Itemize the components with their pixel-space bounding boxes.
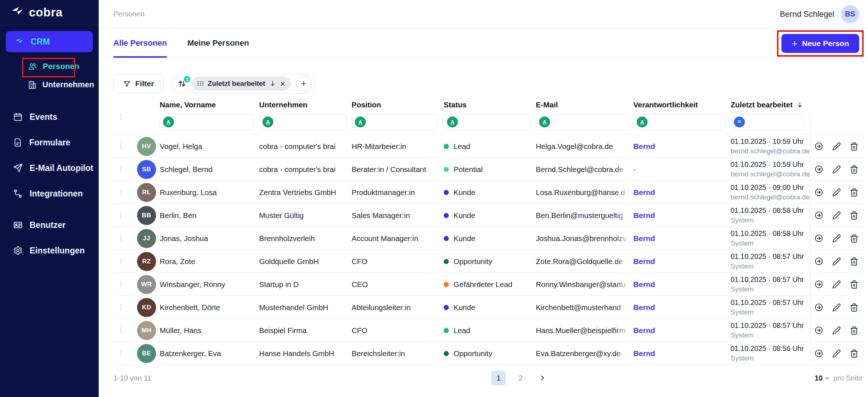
- tab-alle-personen[interactable]: Alle Personen: [113, 28, 167, 57]
- page-size-select[interactable]: 10: [815, 374, 830, 382]
- edit-button[interactable]: [832, 142, 841, 151]
- sidebar-item-unternehmen[interactable]: Unternehmen: [0, 76, 99, 94]
- sidebar-item-events[interactable]: Events: [0, 104, 99, 130]
- filter-field-unternehmen[interactable]: A: [259, 114, 346, 130]
- edit-button[interactable]: [832, 326, 841, 335]
- open-record-button[interactable]: [814, 188, 823, 197]
- delete-button[interactable]: [850, 211, 858, 220]
- filter-field-status[interactable]: A: [444, 114, 531, 130]
- column-header-email[interactable]: E-Mail: [536, 100, 633, 109]
- row-checkbox[interactable]: [121, 304, 121, 311]
- responsible-link[interactable]: Bernd: [633, 280, 655, 289]
- next-page-button[interactable]: [535, 374, 546, 382]
- table-row[interactable]: HV Vogel, Helga cobra - computer's brai …: [113, 135, 863, 158]
- filter-input-email[interactable]: [553, 114, 628, 130]
- row-checkbox[interactable]: [121, 350, 121, 357]
- sidebar-item-einstellungen[interactable]: Einstellungen: [0, 238, 99, 263]
- edit-button[interactable]: [832, 234, 841, 243]
- open-record-button[interactable]: [814, 326, 823, 335]
- sidebar-item-email-autopilot[interactable]: E-Mail Autopilot: [0, 155, 99, 181]
- edit-button[interactable]: [832, 211, 841, 220]
- filter-input-unternehmen[interactable]: [276, 114, 346, 130]
- filter-field-position[interactable]: A: [352, 114, 439, 130]
- table-row[interactable]: KD Kirchenbett, Dörte Musterhandel GmbH …: [113, 296, 863, 319]
- open-record-button[interactable]: [814, 257, 823, 266]
- row-checkbox[interactable]: [121, 189, 121, 196]
- table-row[interactable]: BB Berlin, Ben Muster Gültig Sales Manag…: [113, 204, 863, 227]
- open-record-button[interactable]: [814, 165, 823, 174]
- sidebar-item-benutzer[interactable]: Benutzer: [0, 212, 99, 238]
- delete-button[interactable]: [850, 326, 858, 335]
- sort-toggle[interactable]: 1: [177, 79, 187, 88]
- responsible-link[interactable]: Bernd: [633, 142, 655, 150]
- table-row[interactable]: WR Winsbanger, Ronny Startup in D CEO Ge…: [113, 273, 863, 296]
- filter-input-name[interactable]: [177, 114, 254, 130]
- add-sort-button[interactable]: [296, 76, 311, 91]
- open-record-button[interactable]: [814, 280, 823, 289]
- responsible-link[interactable]: Bernd: [633, 188, 655, 196]
- responsible-link[interactable]: Bernd: [633, 234, 655, 243]
- filter-field-zuletzt-bearbeitet[interactable]: =: [731, 114, 804, 130]
- edit-button[interactable]: [832, 280, 841, 289]
- filter-input-verantwortlichkeit[interactable]: [651, 114, 725, 130]
- new-person-button[interactable]: + Neue Person: [781, 34, 859, 53]
- responsible-link[interactable]: Bernd: [633, 349, 655, 358]
- page-button-2[interactable]: 2: [513, 371, 528, 385]
- table-row[interactable]: JJ Jonas, Joshua Brennholzverleih Accoun…: [113, 227, 863, 250]
- edit-button[interactable]: [832, 349, 841, 358]
- column-header-status[interactable]: Status: [444, 100, 536, 109]
- filter-input-zuletzt-bearbeitet[interactable]: [748, 114, 804, 130]
- row-checkbox[interactable]: [121, 212, 121, 219]
- open-record-button[interactable]: [814, 142, 823, 151]
- row-checkbox[interactable]: [121, 235, 121, 242]
- delete-button[interactable]: [850, 142, 858, 151]
- column-header-unternehmen[interactable]: Unternehmen: [259, 100, 352, 109]
- row-checkbox[interactable]: [121, 327, 121, 334]
- table-row[interactable]: BE Batzenkerger, Eva Hanse Handels GmbH …: [113, 342, 863, 365]
- filter-field-name[interactable]: A: [160, 114, 254, 130]
- column-header-position[interactable]: Position: [352, 100, 444, 109]
- delete-button[interactable]: [850, 234, 858, 243]
- delete-button[interactable]: [850, 280, 858, 289]
- column-header-zuletzt-bearbeitet[interactable]: Zuletzt bearbeitet: [731, 100, 810, 109]
- open-record-button[interactable]: [814, 234, 823, 243]
- table-row[interactable]: SB Schlegel, Bernd cobra - computer's br…: [113, 158, 863, 181]
- edit-button[interactable]: [832, 303, 841, 312]
- row-checkbox[interactable]: [121, 166, 121, 173]
- table-row[interactable]: RL Ruxenburg, Losa Zentra Vertriebs GmbH…: [113, 181, 863, 204]
- delete-button[interactable]: [850, 188, 858, 197]
- delete-button[interactable]: [850, 165, 858, 174]
- arrow-down-icon[interactable]: [269, 80, 276, 87]
- sort-pill[interactable]: Zuletzt bearbeitet: [192, 77, 291, 91]
- sidebar-item-crm[interactable]: CRM: [6, 31, 93, 52]
- user-avatar[interactable]: BS: [841, 5, 859, 23]
- responsible-link[interactable]: -: [633, 165, 636, 173]
- column-header-name[interactable]: Name, Vorname: [160, 100, 259, 109]
- edit-button[interactable]: [832, 188, 841, 197]
- filter-input-status[interactable]: [461, 114, 530, 130]
- edit-button[interactable]: [832, 165, 841, 174]
- responsible-link[interactable]: Bernd: [633, 326, 655, 335]
- filter-field-verantwortlichkeit[interactable]: A: [633, 114, 725, 130]
- filter-field-email[interactable]: A: [536, 114, 628, 130]
- sidebar-item-formulare[interactable]: Formulare: [0, 130, 99, 155]
- table-row[interactable]: RZ Rora, Zote Goldquelle GmbH CFO Opport…: [113, 250, 863, 273]
- row-checkbox[interactable]: [121, 281, 121, 288]
- column-header-verantwortlichkeit[interactable]: Verantwortlichkeit: [633, 100, 731, 109]
- table-row[interactable]: MH Müller, Hans Beispiel Firma CFO Lead …: [113, 319, 863, 342]
- sidebar-item-personen[interactable]: Personen: [0, 57, 99, 76]
- select-all-checkbox[interactable]: [121, 113, 121, 120]
- filter-input-position[interactable]: [369, 114, 438, 130]
- page-button-1[interactable]: 1: [491, 371, 506, 385]
- open-record-button[interactable]: [814, 211, 823, 220]
- close-icon[interactable]: [280, 81, 285, 87]
- open-record-button[interactable]: [814, 303, 823, 312]
- responsible-link[interactable]: Bernd: [633, 211, 655, 220]
- open-record-button[interactable]: [814, 349, 823, 358]
- responsible-link[interactable]: Bernd: [633, 257, 655, 266]
- row-checkbox[interactable]: [121, 143, 121, 150]
- row-checkbox[interactable]: [121, 258, 121, 265]
- sidebar-item-integrationen[interactable]: Integrationen: [0, 181, 99, 206]
- delete-button[interactable]: [850, 303, 858, 312]
- delete-button[interactable]: [850, 349, 858, 358]
